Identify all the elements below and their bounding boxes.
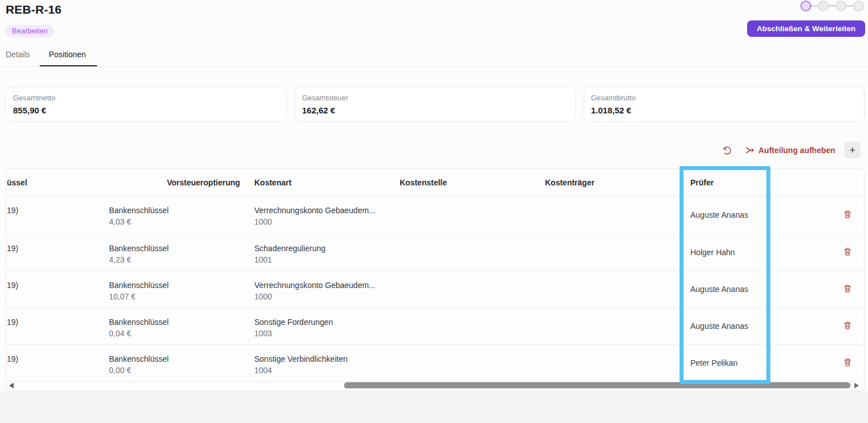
cell-vorsteuer-label: Bankenschlüssel [109,280,169,291]
positions-table: üssel Vorsteueroptierung Kostenart Koste… [6,168,865,391]
step-dot-3 [836,1,846,11]
cell-vorsteuer-betrag: 4,03 € [109,216,169,227]
progress-stepper [800,1,864,11]
delete-row-button[interactable] [842,210,853,220]
cell-pruefer[interactable]: Auguste Ananas [690,196,748,234]
card-label: Gesamtsteuer [302,93,566,103]
tab-bar-divider [0,66,868,67]
cell-steuerschluessel: 19) [7,243,18,254]
card-value: 1.018,52 € [591,104,855,116]
cell-steuerschluessel: 19) [7,316,18,328]
card-gesamtsteuer: Gesamtsteuer 162,62 € [295,87,576,122]
undo-icon [722,145,732,156]
cell-vorsteuer-label: Bankenschlüssel [109,205,169,216]
column-header-vorsteuer[interactable]: Vorsteueroptierung [167,169,240,196]
table-row: 19) Bankenschlüssel 0,04 € Sonstige Ford… [6,308,864,345]
horizontal-scrollbar-thumb[interactable] [344,382,850,388]
card-gesamtnetto: Gesamtnetto 855,90 € [6,87,287,122]
cell-kostenart-code: 1000 [254,291,375,302]
step-connector [829,5,836,7]
cell-kostenart: Verrechnungskonto Gebaeudem... [254,205,375,216]
cell-kostenart: Sonstige Verbindlichkeiten [254,353,347,365]
delete-row-button[interactable] [842,247,853,257]
tab-positionen[interactable]: Positionen [49,50,86,59]
delete-row-button[interactable] [842,284,853,294]
tab-details[interactable]: Details [6,50,30,59]
scroll-left-arrow[interactable] [9,383,14,388]
cell-vorsteuer-betrag: 0,00 € [109,365,169,376]
cell-kostenart-code: 1003 [254,328,333,339]
finish-forward-button[interactable]: Abschließen & Weiterleiten [747,20,865,37]
cell-steuerschluessel: 19) [7,280,18,291]
cell-vorsteuer-label: Bankenschlüssel [109,353,169,365]
cell-kostenart: Verrechnungskonto Gebaeudem... [254,280,375,291]
trash-icon [843,284,852,293]
status-badge: Bearbeiten [6,25,54,37]
card-gesamtbrutto: Gesamtbrutto 1.018,52 € [584,87,865,122]
trash-icon [843,358,852,367]
delete-row-button[interactable] [842,321,853,331]
cell-vorsteuer-label: Bankenschlüssel [109,316,169,328]
step-connector [846,5,853,7]
cell-vorsteuer-betrag: 10,07 € [109,291,169,302]
cell-kostenart-code: 1001 [254,254,325,265]
table-row: 19) Bankenschlüssel 0,00 € Sonstige Verb… [6,345,864,382]
cell-vorsteuer-betrag: 4,23 € [109,254,169,265]
scroll-right-arrow[interactable] [854,383,859,388]
page-title: REB-R-16 [6,3,61,16]
cell-kostenart: Schadenregulierung [254,243,325,254]
cell-pruefer[interactable]: Holger Hahn [690,234,735,270]
card-value: 162,62 € [302,104,566,116]
cell-vorsteuer-label: Bankenschlüssel [109,243,169,254]
card-label: Gesamtbrutto [591,93,855,103]
unsplit-label: Aufteilung aufheben [758,146,835,155]
unsplit-button[interactable]: Aufteilung aufheben [745,143,835,157]
step-dot-1 [800,1,811,11]
cell-kostenart-code: 1000 [254,216,375,227]
table-row: 19) Bankenschlüssel 4,23 € Schadenreguli… [6,234,864,271]
card-value: 855,90 € [13,104,277,116]
trash-icon [843,247,852,256]
delete-row-button[interactable] [842,358,853,368]
column-header-kostenstelle[interactable]: Kostenstelle [400,169,447,196]
trash-icon [843,210,852,219]
column-header-pruefer[interactable]: Prüfer [690,169,714,196]
column-header-kostenart[interactable]: Kostenart [254,169,291,196]
card-label: Gesamtnetto [13,93,277,103]
cell-kostenart: Sonstige Forderungen [254,316,333,328]
column-header-kostentraeger[interactable]: Kostenträger [545,169,594,196]
table-row: 19) Bankenschlüssel 10,07 € Verrechnungs… [6,271,864,308]
cell-pruefer[interactable]: Auguste Ananas [690,308,748,344]
cell-steuerschluessel: 19) [7,353,18,365]
undo-button[interactable] [721,145,732,156]
cell-kostenart-code: 1004 [254,365,347,376]
trash-icon [843,321,852,330]
cell-vorsteuer-betrag: 0,04 € [109,328,169,339]
cell-pruefer[interactable]: Peter Pelikan [690,345,737,381]
cell-steuerschluessel: 19) [7,205,18,216]
add-position-button[interactable]: + [844,142,861,158]
cell-pruefer[interactable]: Auguste Ananas [690,271,748,307]
step-connector [811,5,818,7]
merge-arrows-icon [745,145,755,155]
step-dot-4 [853,1,864,11]
step-dot-2 [818,1,829,11]
table-row: 19) Bankenschlüssel 4,03 € Verrechnungsk… [6,196,864,234]
column-header-schluessel[interactable]: üssel [7,169,27,196]
